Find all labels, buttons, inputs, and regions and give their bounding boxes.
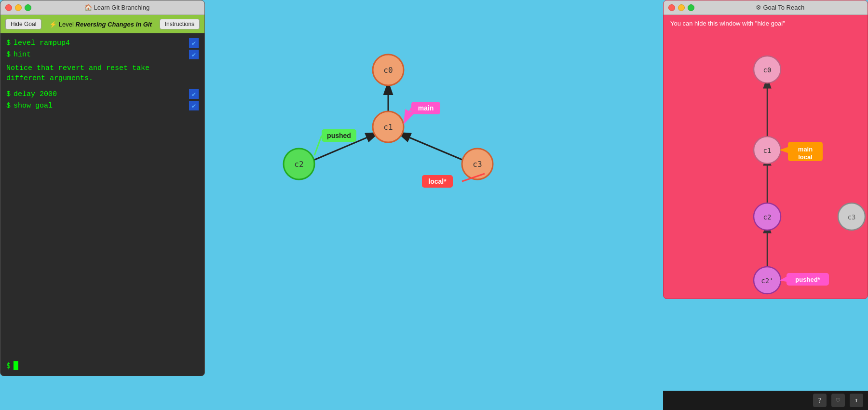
cmd-4: show goal xyxy=(14,102,53,110)
left-titlebar: 🏠 Learn Git Branching xyxy=(0,0,204,15)
goal-subtitle: You can hide this window with "hide goal… xyxy=(664,15,868,32)
terminal: $ level rampup4 ✔ $ hint ✔ Notice that r… xyxy=(0,33,204,117)
svg-text:local*: local* xyxy=(428,178,447,185)
main-label: main xyxy=(404,102,440,123)
git-graph: c0 c1 c2 c3 main pushed local* xyxy=(205,0,663,410)
goal-main-local-label: main local xyxy=(781,142,823,161)
node-c3-label: c3 xyxy=(473,160,482,169)
goal-node-c3-label: c3 xyxy=(848,213,856,221)
terminal-line-1: $ level rampup4 ✔ xyxy=(6,38,199,48)
goal-node-c2p-label: c2' xyxy=(761,277,773,285)
svg-line-21 xyxy=(781,279,787,280)
bottom-prompt: $ xyxy=(6,361,11,370)
cmd-1: level rampup4 xyxy=(14,39,70,47)
prompt-2: $ xyxy=(6,51,11,59)
cmd-3: delay 2000 xyxy=(14,90,57,98)
gear-icon: ⚙ xyxy=(756,4,761,11)
checkbox-4[interactable]: ✔ xyxy=(189,101,199,110)
left-panel: 🏠 Learn Git Branching Hide Goal ⚡ Level … xyxy=(0,0,205,376)
prompt-3: $ xyxy=(6,90,11,98)
right-window-title: ⚙ Goal To Reach xyxy=(697,4,863,11)
level-label: ⚡ Level Reversing Changes in Git xyxy=(45,21,155,28)
goal-graph: c0 c1 main local c2 c3 c2' pushed* xyxy=(664,32,868,299)
node-c2-label: c2 xyxy=(294,160,303,169)
checkbox-2[interactable]: ✔ xyxy=(189,50,199,59)
right-minimize-button[interactable] xyxy=(678,4,685,11)
toolbar: Hide Goal ⚡ Level Reversing Changes in G… xyxy=(0,15,204,33)
svg-text:local: local xyxy=(798,153,813,161)
svg-text:main: main xyxy=(418,104,434,112)
svg-text:pushed: pushed xyxy=(327,132,351,139)
terminal-line-3: $ delay 2000 ✔ xyxy=(6,89,199,99)
notice-text: Notice that revert and reset takediffere… xyxy=(6,63,199,83)
prompt-4: $ xyxy=(6,102,11,110)
goal-node-c0-label: c0 xyxy=(763,66,772,74)
checkbox-3[interactable]: ✔ xyxy=(189,89,199,99)
left-window-title: 🏠 Learn Git Branching xyxy=(34,4,200,11)
checkbox-1[interactable]: ✔ xyxy=(189,38,199,48)
help-icon[interactable]: ? xyxy=(813,394,827,407)
close-button[interactable] xyxy=(5,4,12,11)
home-icon: 🏠 xyxy=(84,4,92,11)
minimize-button[interactable] xyxy=(15,4,22,11)
heart-icon[interactable]: ♡ xyxy=(831,394,845,407)
cmd-2: hint xyxy=(14,51,31,59)
lightning-icon: ⚡ xyxy=(49,21,57,28)
node-c0-label: c0 xyxy=(383,66,393,75)
right-close-button[interactable] xyxy=(668,4,675,11)
hide-goal-button[interactable]: Hide Goal xyxy=(5,19,41,29)
edge-c3-c1 xyxy=(398,133,464,161)
upload-icon[interactable]: ⬆ xyxy=(850,394,863,407)
svg-line-6 xyxy=(314,136,322,155)
goal-node-c2-label: c2 xyxy=(763,213,772,221)
svg-text:pushed*: pushed* xyxy=(795,276,820,283)
terminal-line-4: $ show goal ✔ xyxy=(6,101,199,110)
cursor xyxy=(14,361,18,370)
maximize-button[interactable] xyxy=(25,4,31,11)
right-maximize-button[interactable] xyxy=(688,4,694,11)
right-titlebar: ⚙ Goal To Reach xyxy=(664,0,868,15)
instructions-button[interactable]: Instructions xyxy=(160,19,200,29)
right-panel-footer: ? ♡ ⬆ xyxy=(663,391,868,410)
goal-pushed-label: pushed* xyxy=(781,273,829,286)
terminal-prompt-bottom: $ xyxy=(6,361,18,370)
terminal-line-2: $ hint ✔ xyxy=(6,50,199,59)
main-canvas: c0 c1 c2 c3 main pushed local* xyxy=(205,0,663,410)
right-panel: ⚙ Goal To Reach You can hide this window… xyxy=(663,0,868,299)
prompt-1: $ xyxy=(6,39,11,47)
svg-text:main: main xyxy=(798,146,813,153)
goal-node-c1-label: c1 xyxy=(763,147,772,154)
node-c1-label: c1 xyxy=(383,123,393,132)
svg-line-3 xyxy=(404,108,411,123)
